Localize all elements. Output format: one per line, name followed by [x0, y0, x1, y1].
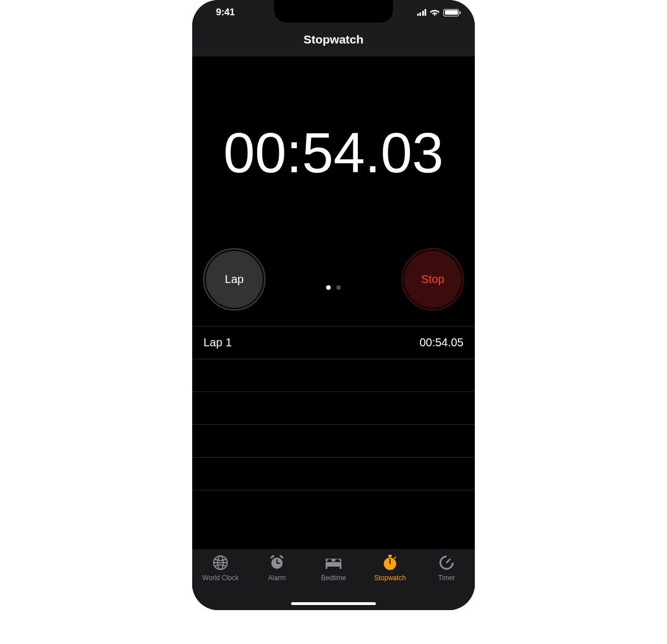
tab-label: World Clock	[202, 574, 239, 582]
alarm-clock-icon	[268, 554, 285, 572]
home-indicator[interactable]	[291, 602, 376, 605]
tab-label: Bedtime	[321, 574, 346, 582]
lap-button[interactable]: Lap	[203, 249, 265, 310]
stopwatch-content: 00:54.03 Lap Stop Lap 100:54.05........	[192, 56, 475, 549]
tab-bar: World ClockAlarmBedtimeStopwatchTimer	[192, 549, 475, 610]
svg-line-16	[395, 557, 396, 558]
phone-frame: 9:41 Stopwatch 00:54.03 Lap	[192, 0, 475, 610]
tab-world-clock[interactable]: World Clock	[192, 554, 249, 594]
tab-label: Stopwatch	[374, 574, 406, 582]
tab-timer[interactable]: Timer	[418, 554, 475, 594]
globe-icon	[212, 554, 229, 572]
tab-label: Timer	[438, 574, 455, 582]
stop-button[interactable]: Stop	[402, 249, 464, 310]
controls-row: Lap Stop	[192, 249, 475, 326]
status-time: 9:41	[216, 7, 235, 18]
cellular-signal-icon	[417, 9, 427, 16]
bed-icon	[324, 554, 343, 572]
tab-bedtime[interactable]: Bedtime	[305, 554, 362, 594]
lap-row: Lap 100:54.05	[192, 327, 475, 359]
lap-time: 00:54.05	[419, 336, 464, 349]
lap-row-empty: ..	[192, 458, 475, 490]
lap-row-empty: ..	[192, 425, 475, 458]
status-right	[417, 8, 460, 16]
svg-line-18	[447, 559, 450, 563]
elapsed-time-display: 00:54.03	[192, 56, 475, 249]
tab-alarm[interactable]: Alarm	[249, 554, 305, 594]
tab-label: Alarm	[268, 574, 285, 582]
page-dot-2	[336, 285, 341, 290]
svg-rect-11	[335, 559, 340, 562]
lap-row-empty: ..	[192, 359, 475, 392]
svg-rect-9	[340, 567, 341, 569]
stopwatch-icon	[382, 554, 399, 572]
svg-rect-13	[388, 555, 392, 557]
notch	[274, 0, 393, 23]
lap-label: Lap 1	[203, 336, 232, 349]
page-title: Stopwatch	[192, 25, 475, 56]
timer-icon	[438, 554, 455, 572]
stop-button-label: Stop	[421, 273, 444, 286]
page-indicator[interactable]	[326, 285, 341, 290]
lap-list[interactable]: Lap 100:54.05........	[192, 326, 475, 549]
lap-button-label: Lap	[225, 273, 244, 286]
svg-rect-6	[326, 562, 341, 567]
lap-row-empty: ..	[192, 392, 475, 425]
svg-rect-8	[326, 567, 327, 569]
battery-icon	[443, 9, 459, 16]
tab-stopwatch[interactable]: Stopwatch	[362, 554, 418, 594]
svg-rect-10	[327, 559, 332, 562]
wifi-icon	[430, 8, 440, 16]
page-dot-1	[326, 285, 331, 290]
